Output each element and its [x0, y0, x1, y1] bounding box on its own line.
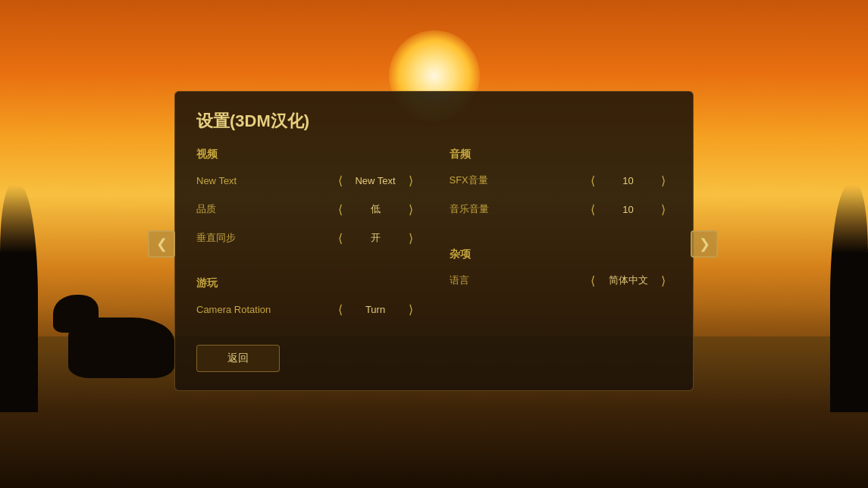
setting-control-resolution: ⟨ New Text ⟩ [332, 172, 419, 189]
vsync-prev-button[interactable]: ⟨ [332, 230, 349, 246]
setting-control-sfx: ⟨ 10 ⟩ [584, 172, 672, 189]
right-column: 音频 SFX音量 ⟨ 10 ⟩ 音乐音量 ⟨ 10 ⟩ [450, 148, 672, 330]
setting-label-sfx: SFX音量 [450, 174, 518, 187]
animal-silhouette-left [68, 318, 174, 378]
side-arrow-right[interactable]: ❯ [691, 230, 718, 258]
setting-label-quality: 品质 [196, 202, 265, 216]
setting-value-quality: 低 [355, 202, 396, 216]
resolution-next-button[interactable]: ⟩ [403, 172, 419, 189]
sfx-prev-button[interactable]: ⟨ [584, 172, 601, 189]
quality-prev-button[interactable]: ⟨ [332, 201, 349, 217]
video-section-title: 视频 [196, 148, 419, 161]
setting-control-vsync: ⟨ 开 ⟩ [332, 230, 419, 246]
audio-section-title: 音频 [450, 148, 672, 161]
tree-left-edge [0, 185, 38, 412]
dialog-body: 视频 New Text ⟨ New Text ⟩ 品质 ⟨ 低 ⟩ [196, 148, 672, 330]
setting-control-music: ⟨ 10 ⟩ [584, 201, 672, 217]
camera-next-button[interactable]: ⟩ [403, 301, 419, 318]
sfx-next-button[interactable]: ⟩ [655, 172, 672, 189]
setting-row-vsync: 垂直同步 ⟨ 开 ⟩ [196, 230, 419, 246]
side-arrow-left[interactable]: ❮ [148, 230, 175, 258]
setting-label-resolution: New Text [196, 175, 265, 186]
setting-row-music: 音乐音量 ⟨ 10 ⟩ [450, 201, 672, 217]
setting-value-sfx: 10 [607, 175, 649, 186]
setting-label-vsync: 垂直同步 [196, 231, 265, 245]
left-column: 视频 New Text ⟨ New Text ⟩ 品质 ⟨ 低 ⟩ [196, 148, 419, 330]
setting-value-vsync: 开 [355, 231, 396, 245]
setting-row-camera: Camera Rotation ⟨ Turn ⟩ [196, 301, 419, 318]
setting-value-resolution: New Text [355, 175, 396, 186]
resolution-prev-button[interactable]: ⟨ [332, 172, 349, 189]
language-prev-button[interactable]: ⟨ [584, 272, 601, 289]
setting-row-language: 语言 ⟨ 简体中文 ⟩ [450, 272, 672, 289]
language-next-button[interactable]: ⟩ [655, 272, 672, 289]
setting-row-sfx: SFX音量 ⟨ 10 ⟩ [450, 172, 672, 189]
setting-value-language: 简体中文 [607, 274, 649, 287]
camera-prev-button[interactable]: ⟨ [332, 301, 349, 318]
setting-value-music: 10 [607, 204, 649, 215]
music-next-button[interactable]: ⟩ [655, 201, 672, 217]
settings-dialog: 设置(3DM汉化) 视频 New Text ⟨ New Text ⟩ 品质 ⟨ … [174, 91, 694, 391]
dialog-footer: 返回 [196, 345, 672, 372]
setting-label-music: 音乐音量 [450, 202, 518, 216]
setting-label-language: 语言 [450, 274, 518, 287]
setting-control-camera: ⟨ Turn ⟩ [332, 301, 419, 318]
setting-control-language: ⟨ 简体中文 ⟩ [584, 272, 672, 289]
setting-control-quality: ⟨ 低 ⟩ [332, 201, 419, 217]
vsync-next-button[interactable]: ⟩ [403, 230, 419, 246]
dialog-title: 设置(3DM汉化) [196, 110, 672, 133]
setting-row-resolution: New Text ⟨ New Text ⟩ [196, 172, 419, 189]
gameplay-section-title: 游玩 [196, 277, 419, 290]
setting-label-camera: Camera Rotation [196, 304, 271, 315]
music-prev-button[interactable]: ⟨ [584, 201, 601, 217]
back-button[interactable]: 返回 [196, 345, 280, 372]
quality-next-button[interactable]: ⟩ [403, 201, 419, 217]
tree-right-edge [830, 185, 868, 412]
setting-value-camera: Turn [355, 304, 396, 315]
misc-section-title: 杂项 [450, 248, 672, 261]
setting-row-quality: 品质 ⟨ 低 ⟩ [196, 201, 419, 217]
